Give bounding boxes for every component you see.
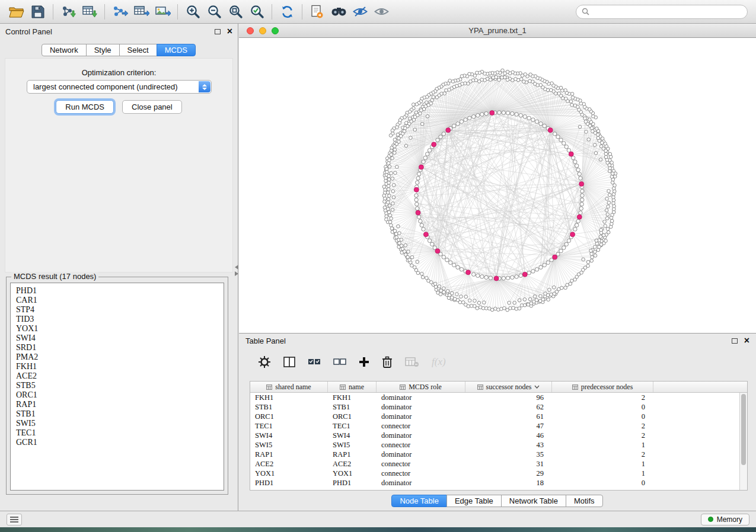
network-node[interactable]	[579, 177, 582, 180]
network-node[interactable]	[456, 265, 460, 269]
network-node[interactable]	[467, 305, 470, 308]
column-header-name[interactable]: name	[328, 382, 377, 392]
float-panel-icon[interactable]	[215, 29, 221, 34]
network-node[interactable]	[420, 272, 424, 275]
network-node[interactable]	[383, 200, 387, 203]
network-node[interactable]	[529, 73, 532, 76]
network-node[interactable]	[500, 76, 504, 79]
network-node[interactable]	[476, 114, 480, 117]
network-node[interactable]	[387, 201, 390, 204]
network-node[interactable]	[603, 220, 607, 223]
network-node[interactable]	[398, 232, 401, 235]
network-node[interactable]	[410, 255, 414, 259]
network-node[interactable]	[573, 160, 577, 164]
mcds-result-list[interactable]: PHD1CAR1STP4TID3YOX1SWI4SRD1PMA2FKH1ACE2…	[10, 283, 224, 491]
network-node[interactable]	[436, 138, 439, 142]
network-node[interactable]	[419, 219, 422, 223]
show-details-button[interactable]	[371, 2, 392, 21]
network-node[interactable]	[388, 220, 392, 224]
network-node[interactable]	[438, 285, 441, 289]
network-node[interactable]	[580, 194, 584, 197]
tab-edge-table[interactable]: Edge Table	[446, 495, 502, 507]
network-node[interactable]	[559, 249, 563, 252]
network-node[interactable]	[511, 275, 514, 279]
table-settings-button[interactable]	[258, 355, 271, 368]
network-node[interactable]	[583, 117, 587, 120]
network-node[interactable]	[599, 243, 603, 246]
network-node[interactable]	[449, 261, 452, 264]
network-node[interactable]	[404, 144, 408, 148]
network-node[interactable]	[468, 116, 471, 120]
network-node[interactable]	[569, 100, 573, 103]
network-node[interactable]	[387, 181, 391, 185]
network-node[interactable]	[589, 249, 593, 252]
network-node[interactable]	[606, 227, 610, 231]
network-node[interactable]	[442, 132, 445, 136]
tab-node-table[interactable]: Node Table	[391, 495, 447, 507]
close-panel-icon[interactable]: ×	[227, 27, 232, 36]
network-node[interactable]	[428, 149, 431, 152]
network-node[interactable]	[390, 217, 393, 220]
network-node[interactable]	[386, 191, 390, 194]
mcds-result-item[interactable]: SWI5	[16, 419, 224, 428]
network-node[interactable]	[575, 164, 579, 168]
network-node[interactable]	[553, 132, 556, 136]
network-node[interactable]	[502, 277, 505, 280]
network-node[interactable]	[564, 89, 567, 92]
network-node[interactable]	[539, 122, 543, 126]
network-node[interactable]	[460, 120, 463, 123]
network-node[interactable]	[416, 207, 419, 210]
network-node[interactable]	[388, 165, 391, 168]
network-node[interactable]	[472, 115, 476, 118]
network-node[interactable]	[566, 283, 569, 287]
tab-select[interactable]: Select	[119, 44, 157, 56]
network-node[interactable]	[415, 102, 419, 106]
table-row[interactable]: SWI4SWI4dominator462	[250, 431, 739, 440]
network-node[interactable]	[468, 299, 471, 303]
search-input[interactable]	[593, 8, 742, 16]
network-hub-node[interactable]	[416, 210, 420, 215]
mcds-result-item[interactable]: FKH1	[16, 362, 224, 371]
network-node[interactable]	[608, 193, 611, 197]
network-node[interactable]	[453, 297, 457, 301]
network-node[interactable]	[511, 112, 514, 116]
network-node[interactable]	[392, 184, 395, 187]
network-node[interactable]	[476, 306, 479, 310]
network-node[interactable]	[451, 80, 455, 84]
network-node[interactable]	[464, 295, 468, 299]
network-node[interactable]	[519, 114, 522, 117]
mcds-result-item[interactable]: ORC1	[16, 390, 224, 400]
import-network-button[interactable]	[58, 2, 79, 21]
network-node[interactable]	[571, 96, 575, 100]
network-node[interactable]	[576, 219, 580, 223]
mcds-result-item[interactable]: STP4	[16, 305, 224, 315]
network-hub-node[interactable]	[522, 272, 527, 277]
import-table-button[interactable]	[79, 2, 100, 21]
table-row[interactable]: ACE2ACE2connector311	[250, 459, 739, 469]
zoom-out-button[interactable]	[203, 2, 225, 21]
network-node[interactable]	[417, 215, 421, 219]
network-node[interactable]	[400, 244, 403, 248]
network-node[interactable]	[390, 227, 394, 230]
network-node[interactable]	[387, 174, 391, 178]
network-node[interactable]	[415, 202, 419, 206]
network-node[interactable]	[450, 291, 454, 295]
network-node[interactable]	[519, 78, 523, 81]
network-node[interactable]	[562, 246, 566, 249]
network-node[interactable]	[397, 137, 401, 140]
network-node[interactable]	[580, 202, 583, 206]
network-node[interactable]	[414, 194, 418, 197]
table-row[interactable]: FKH1FKH1dominator962	[250, 393, 739, 402]
tab-network-table[interactable]: Network Table	[501, 495, 566, 507]
network-node[interactable]	[564, 97, 568, 101]
network-node[interactable]	[408, 258, 412, 262]
network-node[interactable]	[606, 213, 610, 216]
network-node[interactable]	[392, 196, 395, 199]
network-node[interactable]	[389, 134, 393, 137]
network-node[interactable]	[409, 136, 413, 140]
network-hub-node[interactable]	[466, 270, 471, 275]
network-node[interactable]	[387, 207, 390, 211]
network-node[interactable]	[607, 205, 610, 209]
network-node[interactable]	[590, 259, 594, 262]
network-node[interactable]	[446, 290, 449, 293]
